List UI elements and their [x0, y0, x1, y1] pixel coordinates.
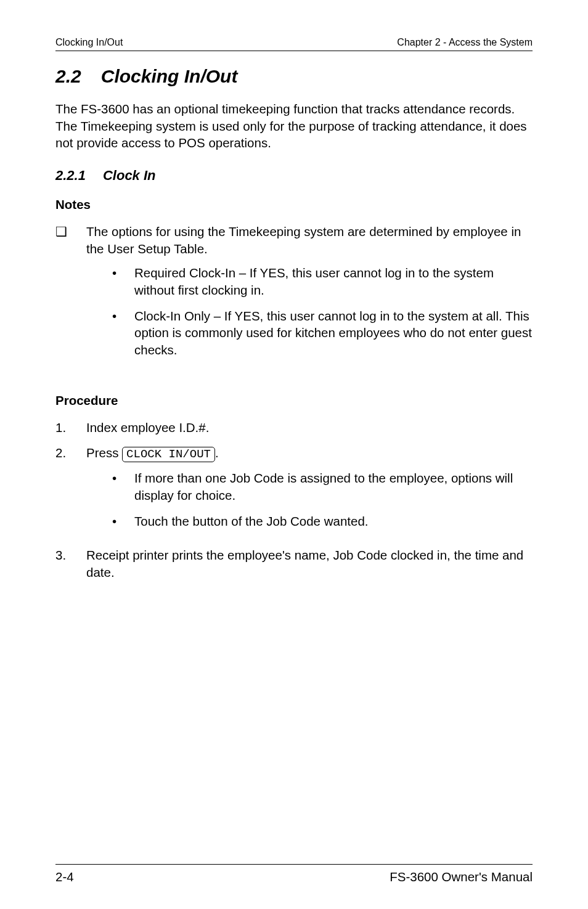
step-text-prefix: Press [86, 446, 122, 460]
page-header: Clocking In/Out Chapter 2 - Access the S… [55, 37, 533, 51]
procedure-step: 1. Index employee I.D.#. [55, 419, 533, 436]
step-body: Press CLOCK IN/OUT. • If more than one J… [86, 444, 533, 538]
notes-list: ❑ The options for using the Timekeeping … [55, 223, 533, 376]
bullet-icon: • [112, 264, 122, 298]
bullet-icon: • [112, 470, 122, 503]
step-text-suffix: . [215, 446, 219, 460]
step-text: Receipt printer prints the employee's na… [86, 547, 533, 581]
subsection-number: 2.2.1 [55, 168, 86, 184]
note-text: The options for using the Timekeeping sy… [86, 224, 521, 256]
step-number: 3. [55, 547, 73, 581]
procedure-heading: Procedure [55, 393, 533, 408]
section-heading: 2.2 Clocking In/Out [55, 66, 533, 87]
bullet-icon: • [112, 513, 122, 530]
header-left: Clocking In/Out [55, 37, 123, 48]
footer-manual-title: FS-3600 Owner's Manual [390, 870, 533, 884]
intro-paragraph: The FS-3600 has an optional timekeeping … [55, 100, 533, 152]
footer-page-number: 2-4 [55, 870, 74, 884]
section-title: Clocking In/Out [101, 66, 238, 87]
bullet-text: Touch the button of the Job Code wanted. [134, 513, 369, 530]
bullet-text: If more than one Job Code is assigned to… [134, 470, 533, 503]
list-item: • If more than one Job Code is assigned … [112, 470, 533, 503]
list-item: • Touch the button of the Job Code wante… [112, 513, 533, 530]
header-right: Chapter 2 - Access the System [397, 37, 533, 48]
page-footer: 2-4 FS-3600 Owner's Manual [55, 864, 533, 884]
section-number: 2.2 [55, 66, 81, 87]
list-item: • Clock-In Only – If YES, this user cann… [112, 308, 533, 359]
list-item: • Required Clock-In – If YES, this user … [112, 264, 533, 298]
bullet-text: Required Clock-In – If YES, this user ca… [134, 264, 533, 298]
step-sub-bullets: • If more than one Job Code is assigned … [86, 470, 533, 529]
procedure-step: 2. Press CLOCK IN/OUT. • If more than on… [55, 444, 533, 538]
subsection-heading: 2.2.1 Clock In [55, 168, 533, 184]
step-number: 1. [55, 419, 73, 436]
note-sub-bullets: • Required Clock-In – If YES, this user … [86, 264, 533, 358]
bullet-text: Clock-In Only – If YES, this user cannot… [134, 308, 533, 359]
step-number: 2. [55, 444, 73, 538]
step-text: Index employee I.D.#. [86, 419, 209, 436]
subsection-title: Clock In [103, 168, 156, 184]
note-item: ❑ The options for using the Timekeeping … [55, 223, 533, 367]
procedure-list: 1. Index employee I.D.#. 2. Press CLOCK … [55, 419, 533, 590]
checkbox-icon: ❑ [55, 223, 73, 367]
notes-heading: Notes [55, 197, 533, 212]
procedure-step: 3. Receipt printer prints the employee's… [55, 547, 533, 581]
bullet-icon: • [112, 308, 122, 359]
keycap: CLOCK IN/OUT [122, 447, 215, 462]
note-body: The options for using the Timekeeping sy… [86, 223, 533, 367]
